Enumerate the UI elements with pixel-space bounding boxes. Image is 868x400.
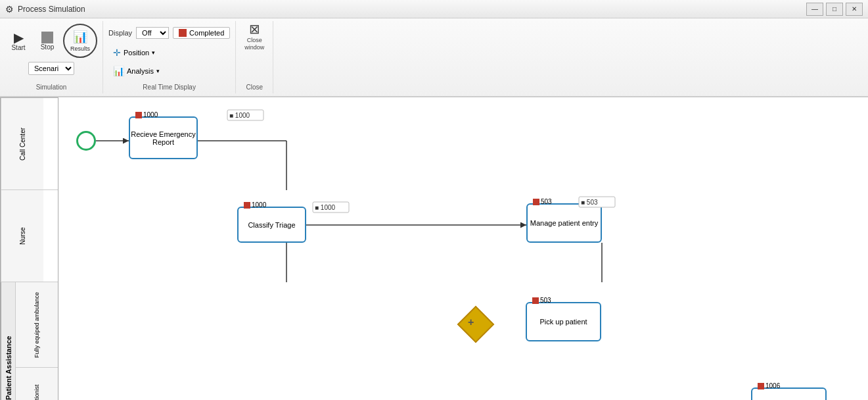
title-bar: ⚙ Process Simulation — □ ✕ [0, 0, 868, 18]
lane-ambulance: Fully equiped ambulance + 503 [15, 282, 58, 368]
lane-call-center: Call Center 1000 Recieve Emergency Repor… [1, 98, 58, 190]
close-label: Close [246, 81, 263, 91]
scenario-select[interactable]: Scenari [28, 62, 74, 75]
title-bar-text: Process Simulation [18, 5, 85, 14]
classify-count-icon [244, 202, 250, 209]
minimize-button[interactable]: — [806, 3, 823, 16]
title-bar-controls: — □ ✕ [806, 3, 863, 16]
gateway-plus: + [468, 316, 474, 328]
receive-count-icon [135, 112, 142, 118]
patient-assistance-label: Patient Assistance [1, 282, 15, 400]
maximize-button[interactable]: □ [826, 3, 843, 16]
completed-icon [179, 29, 187, 37]
toolbar: ▶ Start Stop 📊 Results Scenari Simulatio… [0, 18, 868, 97]
svg-rect-7 [313, 202, 349, 213]
svg-text:■ 1000: ■ 1000 [315, 204, 336, 211]
display-row: Display Off Completed [108, 27, 230, 39]
gateway-diamond [457, 306, 495, 343]
analysis-label: Analysis [127, 67, 154, 75]
start-icon: ▶ [14, 31, 24, 44]
manage-count-icon [533, 199, 539, 205]
results-button[interactable]: 📊 Results [63, 24, 97, 58]
pickup-count-badge: 503 [532, 297, 551, 304]
start-button[interactable]: ▶ Start [5, 28, 32, 55]
close-button[interactable]: ✕ [846, 3, 863, 16]
stop-button[interactable]: Stop [34, 28, 60, 54]
completed-label: Completed [189, 29, 224, 37]
simulation-group: ▶ Start Stop 📊 Results Scenari Simulatio… [0, 21, 103, 93]
lane-nurse: Nurse 1000 Classify Triage [1, 190, 58, 282]
analysis-button[interactable]: 📊 Analysis ▾ [108, 64, 230, 78]
close-window-icon: ⊠ [249, 21, 260, 37]
lane-receptionist: hospital receptionist 1006 Authorize Ent… [15, 368, 58, 400]
close-window-label: Closewindow [244, 37, 264, 51]
lane-name-receptionist: hospital receptionist [15, 368, 58, 400]
svg-rect-19 [490, 294, 526, 305]
classify-count-badge: 1000 [244, 201, 266, 209]
manage-patient-task[interactable]: 503 Manage patient entry [526, 203, 602, 243]
authorize-count-badge: 1006 [758, 382, 780, 389]
pickup-count-icon [532, 297, 539, 304]
realtime-label: Real Time Display [143, 81, 196, 91]
lanes-column: Call Center 1000 Recieve Emergency Repor… [1, 98, 58, 399]
canvas-container: Call Center 1000 Recieve Emergency Repor… [0, 97, 868, 400]
receive-count-badge: 1000 [135, 111, 158, 118]
lane-cc-svg: ■ 1000 [43, 98, 58, 189]
completed-badge[interactable]: Completed [173, 27, 230, 39]
svg-text:■ 1000: ■ 1000 [229, 112, 250, 119]
lane-name-nurse: Nurse [1, 190, 43, 282]
pickup-patient-task[interactable]: 503 Pick up patient [526, 302, 601, 341]
analysis-chevron: ▾ [156, 68, 160, 74]
close-group: ⊠ Closewindow Close [236, 21, 273, 93]
position-chevron: ▾ [152, 49, 155, 56]
analysis-icon: 📊 [113, 66, 124, 76]
sim-buttons-row: ▶ Start Stop 📊 Results [5, 24, 97, 58]
app-icon: ⚙ [5, 4, 14, 14]
position-button[interactable]: ✛ Position ▾ [108, 45, 230, 60]
lane-canvas-call-center: 1000 Recieve Emergency Report [43, 98, 58, 189]
results-icon: 📊 [73, 30, 87, 44]
lane-name-call-center: Call Center [1, 98, 43, 189]
lane-name-ambulance: Fully equiped ambulance [15, 282, 58, 367]
svg-text:■ 503: ■ 503 [491, 296, 509, 303]
close-window-button[interactable]: ⊠ Closewindow [241, 24, 267, 49]
lane-canvas-nurse: 1000 Classify Triage 503 Manage patient … [43, 190, 58, 282]
simulation-label: Simulation [36, 81, 67, 91]
authorize-entry-task[interactable]: 1006 Authorize Entry [751, 388, 827, 400]
position-icon: ✛ [113, 47, 121, 58]
receive-emergency-task[interactable]: 1000 Recieve Emergency Report [129, 116, 198, 159]
display-select[interactable]: Off [136, 27, 169, 39]
stop-icon [41, 32, 53, 43]
outer-wrapper: Call Center 1000 Recieve Emergency Repor… [0, 97, 58, 400]
patient-assistance-group: Patient Assistance Fully equiped ambulan… [1, 282, 58, 400]
scenario-row: Scenari [28, 62, 74, 75]
lane-nurse-svg: ■ 1000 ■ 503 [43, 190, 58, 282]
start-event [76, 131, 96, 151]
patient-assistance-lanes: Fully equiped ambulance + 503 [15, 282, 58, 400]
position-label: Position [124, 49, 149, 57]
svg-rect-3 [227, 110, 263, 120]
manage-count-badge: 503 [533, 198, 552, 205]
svg-text:■ 1006: ■ 1006 [806, 380, 827, 388]
authorize-count-icon [758, 383, 764, 389]
realtime-group: Display Off Completed ✛ Position ▾ 📊 Ana… [103, 21, 236, 93]
classify-triage-task[interactable]: 1000 Classify Triage [237, 207, 306, 243]
display-label: Display [108, 29, 132, 37]
